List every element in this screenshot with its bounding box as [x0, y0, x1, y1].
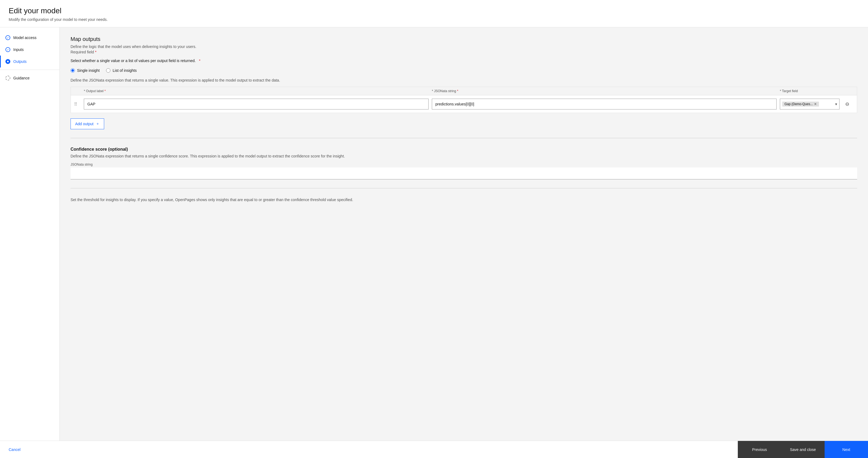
radio-list-of-insights[interactable]: List of insights — [106, 68, 137, 73]
drag-handle-icon[interactable]: ⠿ — [74, 102, 81, 107]
save-and-close-button[interactable]: Save and close — [781, 441, 825, 458]
map-outputs-desc: Define the logic that the model uses whe… — [70, 44, 857, 49]
inputs-icon — [5, 47, 10, 52]
model-access-icon — [5, 35, 10, 40]
select-type-text: Select whether a single value or a list … — [70, 59, 857, 63]
sidebar-item-label: Inputs — [13, 47, 24, 52]
page-subtitle: Modify the configuration of your model t… — [9, 18, 859, 22]
col-target-field: * Target field — [780, 89, 839, 93]
next-button[interactable]: Next — [825, 441, 868, 458]
page-title: Edit your model — [9, 6, 859, 15]
radio-single-insight-label: Single insight — [77, 68, 99, 73]
sidebar-item-label: Model access — [13, 35, 37, 40]
table-row: ⠿ Gap (Demo-Ques... ✕ ▾ ⊖ — [70, 95, 857, 113]
radio-list-insights-label: List of insights — [113, 68, 137, 73]
outputs-icon — [5, 59, 10, 64]
sidebar-item-label: Guidance — [13, 76, 30, 80]
confidence-score-section: Confidence score (optional) Define the J… — [70, 147, 857, 179]
guidance-icon — [5, 75, 10, 81]
threshold-desc: Set the threshold for insights to displa… — [70, 197, 857, 203]
radio-single-insight-input[interactable] — [70, 68, 75, 73]
tag-close-icon[interactable]: ✕ — [814, 102, 817, 106]
sidebar-item-label: Outputs — [13, 59, 27, 64]
output-label-input[interactable] — [84, 99, 429, 109]
jsonata-label: JSONata string — [70, 163, 857, 166]
sidebar-item-outputs[interactable]: Outputs — [0, 56, 59, 67]
target-tag: Gap (Demo-Ques... ✕ — [782, 102, 819, 106]
add-icon: ＋ — [96, 122, 99, 126]
main-content: Map outputs Define the logic that the mo… — [60, 27, 868, 440]
confidence-title: Confidence score (optional) — [70, 147, 857, 152]
threshold-divider — [70, 188, 857, 188]
add-output-button[interactable]: Add output ＋ — [70, 119, 104, 129]
target-tag-text: Gap (Demo-Ques... — [784, 102, 813, 106]
output-table-header: * Output label * * JSONata string * * Ta… — [70, 87, 857, 95]
expression-desc: Define the JSONata expression that retur… — [70, 78, 857, 83]
cancel-button[interactable]: Cancel — [0, 441, 738, 458]
sidebar-item-guidance[interactable]: Guidance — [0, 72, 59, 84]
sidebar-divider — [0, 70, 59, 70]
radio-list-insights-input[interactable] — [106, 68, 111, 73]
sidebar-item-model-access[interactable]: Model access — [0, 32, 59, 44]
jsonata-string-input[interactable] — [432, 99, 777, 109]
chevron-down-icon[interactable]: ▾ — [835, 102, 837, 106]
confidence-jsonata-input[interactable] — [70, 167, 857, 179]
remove-output-button[interactable]: ⊖ — [843, 100, 851, 108]
footer-right: Previous Save and close Next — [738, 441, 868, 458]
page-header: Edit your model Modify the configuration… — [0, 0, 868, 27]
previous-button[interactable]: Previous — [738, 441, 781, 458]
col-jsonata-string: * JSONata string * — [432, 89, 777, 93]
target-field-select[interactable]: Gap (Demo-Ques... ✕ ▾ — [780, 99, 839, 109]
radio-single-insight[interactable]: Single insight — [70, 68, 99, 73]
add-output-label: Add output — [75, 122, 94, 126]
map-outputs-title: Map outputs — [70, 36, 857, 42]
radio-group-insight-type: Single insight List of insights — [70, 68, 857, 73]
confidence-desc: Define the JSONata expression that retur… — [70, 154, 857, 158]
col-output-label: * Output label * — [84, 89, 429, 93]
footer-bar: Cancel Previous Save and close Next — [0, 440, 868, 458]
sidebar: Model access Inputs Outputs Guidance — [0, 27, 60, 440]
sidebar-item-inputs[interactable]: Inputs — [0, 44, 59, 56]
required-field-label: Required field * — [70, 50, 857, 54]
